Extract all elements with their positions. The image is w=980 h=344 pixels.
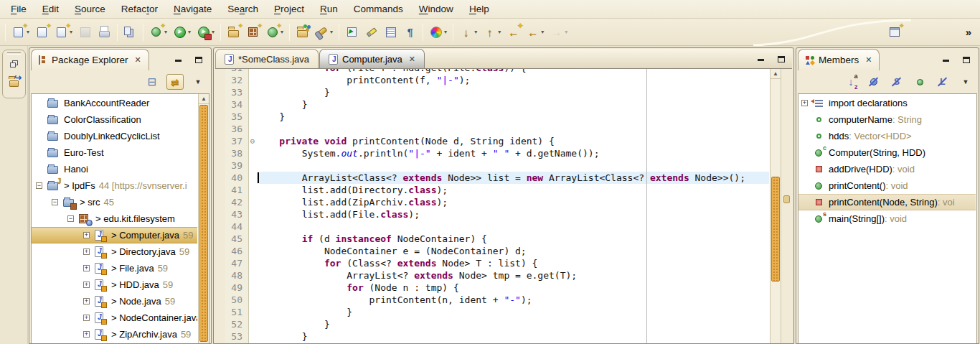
chevron-down-icon[interactable]: ▾ [565, 29, 567, 35]
new-java-project-button[interactable] [225, 24, 242, 40]
chevron-down-icon[interactable]: ▾ [27, 29, 29, 35]
chevron-down-icon[interactable]: ▾ [498, 29, 501, 35]
open-perspective-strip-button[interactable] [6, 73, 23, 89]
toolbar-overflow-chevron[interactable]: » [966, 26, 970, 38]
chevron-down-icon[interactable]: ▾ [164, 29, 167, 35]
chevron-down-icon[interactable]: ▾ [281, 29, 283, 35]
chevron-down-icon[interactable]: ▾ [188, 29, 191, 35]
code-line[interactable]: 44 [215, 220, 769, 233]
highlighter-button[interactable] [362, 24, 380, 40]
member-item[interactable]: +printContent(Node, String) : voi [798, 194, 976, 210]
code-line[interactable]: 37⊖ private void printContent(Node d, St… [215, 135, 769, 147]
tree-item[interactable]: +BankAccountReader [32, 95, 197, 111]
tree-item[interactable]: +> Directory.java59 [32, 243, 197, 260]
code-line[interactable]: 32 printContent(f, "|-"); [215, 74, 769, 86]
next-annotation-button[interactable]: ↓▾ [457, 24, 479, 40]
new-package-button[interactable] [244, 24, 262, 40]
search-button[interactable]: ▾ [313, 24, 335, 40]
open-type-button[interactable] [293, 24, 311, 40]
close-icon[interactable]: ✕ [409, 55, 415, 64]
expand-toggle[interactable]: − [52, 199, 58, 205]
expand-toggle[interactable]: + [83, 248, 90, 255]
collapse-all-button[interactable]: ⊟ [143, 74, 161, 90]
code-line[interactable]: 34 } [215, 98, 769, 111]
new-project-button[interactable] [33, 24, 51, 40]
expand-toggle[interactable]: + [83, 298, 90, 305]
menu-item-file[interactable]: File [3, 1, 34, 17]
code-line[interactable]: 42 list.add(ZipArchiv.class); [215, 196, 769, 208]
tree-item[interactable]: +> File.java59 [32, 260, 197, 276]
external-tools-button[interactable]: ▾ [194, 24, 217, 40]
maximize-icon[interactable] [774, 52, 788, 66]
build-all-button[interactable] [121, 24, 139, 40]
code-line[interactable]: 40 ArrayList<Class<? extends Node>> list… [215, 172, 769, 184]
member-item[interactable]: +smain(String[]) : void [798, 210, 976, 227]
debug-button[interactable]: ▾ [147, 24, 169, 40]
overview-ruler[interactable] [781, 69, 792, 343]
close-icon[interactable]: ✕ [135, 55, 141, 65]
member-item[interactable]: +addDrive(HDD) : void [798, 161, 976, 177]
expand-toggle[interactable]: + [83, 232, 90, 238]
previous-annotation-button[interactable]: ↑▾ [481, 24, 503, 40]
code-line[interactable]: 36 [215, 123, 769, 135]
code-line[interactable]: 39 [215, 159, 769, 172]
tree-item[interactable]: +> ZipArchiv.java59 [32, 326, 197, 343]
occurrence-marker[interactable] [783, 195, 790, 203]
code-line[interactable]: 52 } [215, 318, 769, 330]
scrollbar-thumb[interactable] [771, 177, 780, 282]
members-tab[interactable]: Members ✕ [798, 49, 880, 70]
close-icon[interactable]: ✕ [865, 55, 872, 65]
tree-item[interactable]: −> edu.kit.filesystem [32, 210, 197, 227]
scrollbar-thumb[interactable] [199, 105, 208, 342]
member-item[interactable]: +printContent() : void [798, 177, 976, 194]
tree-item[interactable]: +> Computer.java59 [32, 227, 197, 243]
expand-toggle[interactable]: − [67, 215, 74, 222]
member-item[interactable]: +import declarations [798, 95, 976, 111]
code-line[interactable]: 51 } [215, 306, 769, 318]
tree-item[interactable]: +Euro-Test [32, 144, 197, 161]
code-line[interactable]: 33 } [215, 86, 769, 98]
code-line[interactable]: 48 ArrayList<? extends Node> tmp = e.get… [215, 269, 769, 282]
code-line[interactable]: 49 for (Node n : tmp) { [215, 282, 769, 294]
link-with-editor-button[interactable]: ⇄ [166, 74, 184, 90]
code-line[interactable]: 41 list.add(Directory.class); [215, 184, 769, 196]
menu-item-project[interactable]: Project [266, 1, 312, 17]
tree-item[interactable]: +> NodeContainer.java [32, 310, 197, 326]
run-last-tool-button[interactable] [343, 24, 361, 40]
sort-button[interactable]: ↓ [842, 74, 859, 90]
code-line[interactable]: 46 NodeContainer e = (NodeContainer) d; [215, 245, 769, 257]
run-button[interactable]: ▾ [171, 24, 193, 40]
tree-item[interactable]: −> IpdFs44 [https://svnserver.i [32, 177, 197, 194]
tree-item[interactable]: −> src45 [32, 194, 197, 210]
editor-tab-computerjava[interactable]: Computer.java✕ [319, 49, 425, 68]
menu-item-run[interactable]: Run [312, 1, 346, 17]
chevron-down-icon[interactable]: ▾ [70, 29, 72, 35]
hide-static-button[interactable]: S [888, 74, 905, 90]
chevron-down-icon[interactable]: ▾ [474, 29, 477, 35]
code-line[interactable]: 45 if (d instanceof NodeContainer) { [215, 233, 769, 245]
menu-item-help[interactable]: Help [461, 1, 497, 17]
new-wizard-button[interactable]: ▾ [9, 24, 32, 40]
hide-local-types-button[interactable]: L [934, 74, 951, 90]
minimize-icon[interactable] [754, 52, 768, 66]
minimize-icon[interactable] [939, 53, 953, 67]
open-perspective-toolbar-button[interactable] [886, 24, 904, 40]
hide-fields-button[interactable] [865, 74, 882, 90]
package-explorer-scrollbar[interactable]: ▲ [198, 94, 209, 343]
last-edit-location-button[interactable]: ← [504, 24, 522, 40]
member-item[interactable]: +computerName : String [798, 111, 976, 128]
color-palette-button[interactable]: ▾ [427, 24, 449, 40]
code-line[interactable]: 38 System.out.println("|-" + ident + " "… [215, 147, 769, 159]
minimize-icon[interactable] [171, 53, 185, 67]
tree-item[interactable]: +ColorClassification [32, 111, 197, 128]
tree-item[interactable]: +Hanoi [32, 161, 197, 177]
expand-toggle[interactable]: + [83, 331, 90, 338]
chevron-down-icon[interactable]: ▾ [212, 29, 215, 35]
code-line[interactable]: 43 list.add(File.class); [215, 208, 769, 220]
menu-item-refactor[interactable]: Refactor [113, 1, 166, 17]
tree-item[interactable]: +> Node.java59 [32, 293, 197, 310]
print-button[interactable] [95, 24, 113, 40]
chevron-down-icon[interactable]: ▾ [330, 29, 333, 35]
java-editor[interactable]: 31 for (File f : hdd.get(File.class)) {3… [215, 69, 792, 343]
new-class-button[interactable]: ▾ [263, 24, 286, 40]
